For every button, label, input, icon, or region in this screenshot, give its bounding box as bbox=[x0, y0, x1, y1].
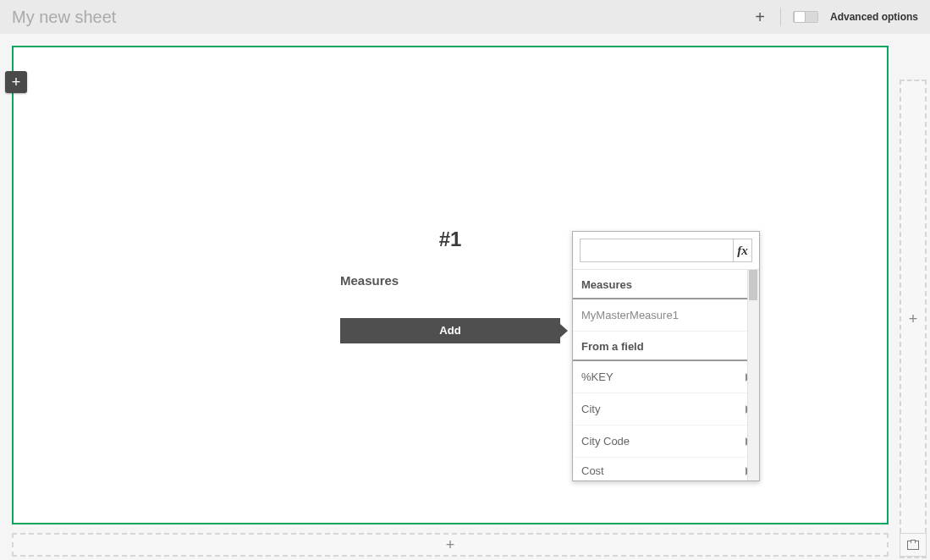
field-item[interactable]: %KEY bbox=[573, 361, 759, 393]
sheet-title[interactable]: My new sheet bbox=[7, 8, 116, 27]
measures-heading: Measures bbox=[340, 273, 560, 288]
advanced-options-toggle[interactable] bbox=[793, 11, 818, 23]
measure-picker-popup: fx Measures MyMasterMeasure1 From a fiel… bbox=[572, 231, 760, 481]
advanced-options-label: Advanced options bbox=[830, 11, 923, 23]
add-column-strip[interactable]: + bbox=[900, 80, 927, 558]
picker-search-row: fx bbox=[573, 232, 759, 270]
picker-body: Measures MyMasterMeasure1 From a field %… bbox=[573, 270, 759, 480]
list-item-label: Cost bbox=[581, 464, 604, 477]
list-item-label: City bbox=[581, 403, 600, 415]
scrollbar-thumb[interactable] bbox=[749, 270, 757, 300]
plus-icon: + bbox=[446, 536, 455, 554]
list-item-label: %KEY bbox=[581, 371, 614, 383]
topbar-right: + Advanced options bbox=[751, 8, 923, 26]
field-item[interactable]: Cost bbox=[573, 458, 759, 480]
plus-icon: + bbox=[12, 74, 21, 91]
plus-icon: + bbox=[909, 310, 918, 328]
master-measure-item[interactable]: MyMasterMeasure1 bbox=[573, 299, 759, 332]
insert-object-handle[interactable]: + bbox=[5, 71, 27, 93]
add-sheet-plus-icon[interactable]: + bbox=[751, 8, 768, 25]
bottom-right-cell-button[interactable] bbox=[900, 533, 927, 557]
topbar: My new sheet + Advanced options bbox=[0, 0, 930, 34]
field-item[interactable]: City bbox=[573, 393, 759, 425]
fx-expression-button[interactable]: fx bbox=[733, 239, 752, 262]
picker-search-input[interactable] bbox=[580, 239, 733, 262]
add-measure-button[interactable]: Add bbox=[340, 318, 560, 343]
placeholder-index: #1 bbox=[340, 228, 560, 251]
picker-scroll-area[interactable]: Measures MyMasterMeasure1 From a field %… bbox=[573, 270, 759, 480]
toggle-knob bbox=[794, 11, 806, 23]
picker-scrollbar[interactable] bbox=[747, 270, 759, 480]
divider bbox=[780, 8, 781, 26]
section-header-from-field: From a field bbox=[573, 332, 759, 361]
editor-surface: #1 Measures Add + + + fx Measures MyMast… bbox=[0, 34, 930, 560]
field-item[interactable]: City Code bbox=[573, 425, 759, 458]
list-item-label: MyMasterMeasure1 bbox=[581, 309, 679, 321]
section-header-measures: Measures bbox=[573, 270, 759, 299]
add-row-strip[interactable]: + bbox=[12, 533, 889, 557]
grid-icon bbox=[907, 541, 919, 550]
list-item-label: City Code bbox=[581, 435, 630, 447]
